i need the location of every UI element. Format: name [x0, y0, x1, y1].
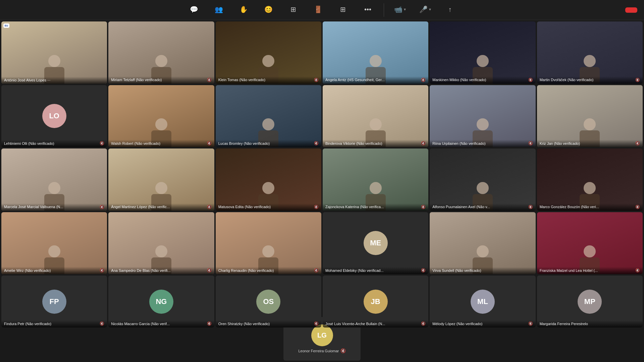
- participant-name-27: Oren Shiratzky (Não verificado): [218, 322, 270, 326]
- share-button[interactable]: ↑: [438, 4, 462, 16]
- participant-name-26: Nicolás Macarro Garcia (Não verif...: [111, 322, 170, 326]
- video-cell-12: Kriz Jan (Não verificado)🔇: [537, 85, 643, 147]
- mute-icon-4: 🔇: [421, 78, 426, 82]
- mute-icon-15: 🔇: [314, 205, 319, 209]
- participant-name-4: Angela Arntz (HS Gesundheit, Ger...: [325, 78, 385, 82]
- video-cell-10: Binderova Viktorie (Não verificado)🔇: [323, 85, 428, 147]
- video-cell-6: Martin Dvořáček (Não verificado)🔇: [537, 21, 643, 84]
- participant-name-13: Marcela José Marcial Valbuena (N...: [4, 205, 63, 209]
- top-bar: 💬 👥 ✋ 😊 ⊞ 🚪 ⊞ •••: [0, 0, 644, 20]
- apps-button[interactable]: ⊞: [331, 3, 355, 16]
- more-button[interactable]: •••: [356, 4, 380, 16]
- video-cell-19: Amelie Wirz (Não verificado)🔇: [1, 212, 107, 275]
- chat-button[interactable]: 💬: [182, 3, 206, 16]
- divider: [384, 3, 384, 17]
- avatar-26: NG: [149, 290, 173, 314]
- mute-icon-22: 🔇: [421, 268, 426, 273]
- participant-name-29: Mélody López (Não verificado): [432, 322, 482, 326]
- video-cell-3: Klein Tomas (Não verificado)🔇: [216, 21, 321, 84]
- mute-icon-9: 🔇: [314, 141, 319, 145]
- participant-name-5: Mankinen Mikko (Não verificado): [432, 78, 486, 82]
- mute-icon-12: 🔇: [635, 141, 640, 145]
- participant-name-20: Ana Sampedro De Blas (Não verifi...: [111, 268, 170, 273]
- more-icon: •••: [364, 6, 371, 13]
- mic-arrow: ▾: [429, 7, 431, 12]
- participant-name-15: Matusova Edita (Não verificado): [218, 205, 271, 209]
- avatar-22: ME: [364, 231, 388, 255]
- participant-name-2: Miriam Tetzlaff (Não verificado): [111, 78, 162, 82]
- video-cell-4: Angela Arntz (HS Gesundheit, Ger...🔇: [323, 21, 428, 84]
- react-icon: 😊: [264, 5, 273, 13]
- mute-icon-3: 🔇: [314, 78, 319, 82]
- rooms-button[interactable]: 🚪: [307, 3, 330, 16]
- video-cell-24: Franziska Matzel und Lea Hottel (...🔇: [537, 212, 643, 275]
- end-call-button[interactable]: [625, 7, 637, 13]
- mute-icon-5: 🔇: [528, 78, 533, 82]
- participant-name-7: Lehtiniemi Olli (Não verificado): [4, 141, 54, 145]
- mute-icon-27: 🔇: [314, 321, 319, 326]
- video-cell-13: Marcela José Marcial Valbuena (N...🔇: [1, 148, 107, 211]
- participant-name-1: António José Alves Lopes ···: [4, 78, 50, 82]
- video-cell-30: MPMargarida Ferreira Perestrelo: [537, 276, 643, 327]
- video-cell-17: Alfonso Puumalainen Axel (Não v...🔇: [430, 148, 535, 211]
- participant-name-3: Klein Tomas (Não verificado): [218, 78, 265, 82]
- raise-hand-icon: ✋: [239, 5, 248, 13]
- mute-icon-25: 🔇: [100, 321, 104, 326]
- video-cell-11: Riina Urpilainen (Não verificado)🔇: [430, 85, 535, 147]
- video-cell-8: Walsh Robert (Não verificado)🔇: [108, 85, 214, 147]
- video-cell-15: Matusova Edita (Não verificado)🔇: [216, 148, 321, 211]
- mute-icon-2: 🔇: [207, 78, 212, 82]
- participant-name-6: Martin Dvořáček (Não verificado): [540, 78, 594, 82]
- mute-icon-7: 🔇: [100, 141, 104, 145]
- mute-icon-29: 🔇: [528, 321, 533, 326]
- mute-icon-17: 🔇: [528, 205, 533, 209]
- participant-name-22: Mohamed Eldebiky (Não verificad...: [325, 268, 384, 273]
- mute-icon-16: 🔇: [421, 205, 426, 209]
- video-grid: António José Alves Lopes ···EUMiriam Tet…: [1, 21, 643, 274]
- logo-overlay: EU: [3, 23, 9, 28]
- video-cell-16: Zajonckova Katerina (Não verifica...🔇: [323, 148, 428, 211]
- raise-hand-button[interactable]: ✋: [232, 3, 256, 16]
- participant-name-16: Zajonckova Katerina (Não verifica...: [325, 205, 384, 209]
- participant-name-17: Alfonso Puumalainen Axel (Não v...: [432, 205, 490, 209]
- avatar-28: JB: [364, 290, 388, 314]
- video-cell-21: Charlig Renaudin (Não verificado)🔇: [216, 212, 321, 275]
- avatar-25: FP: [42, 290, 66, 314]
- rooms-icon: 🚪: [314, 5, 322, 13]
- react-button[interactable]: 😊: [257, 3, 280, 16]
- participant-name-28: José Luis Vicente-Arche Bullain (N...: [325, 322, 385, 326]
- mute-icon-21: 🔇: [314, 268, 319, 273]
- view-button[interactable]: ⊞: [282, 3, 305, 16]
- mute-icon-20: 🔇: [207, 268, 212, 273]
- video-cell-1: António José Alves Lopes ···EU: [1, 21, 107, 84]
- people-icon: 👥: [215, 5, 223, 13]
- mute-icon-8: 🔇: [207, 141, 212, 145]
- video-cell-7: LOLehtiniemi Olli (Não verificado)🔇: [1, 85, 107, 147]
- participant-name-10: Binderova Viktorie (Não verificado): [325, 141, 382, 145]
- video-cell-5: Mankinen Mikko (Não verificado)🔇: [430, 21, 535, 84]
- row-5: FPFindura Petr (Não verificado)🔇NGNicolá…: [1, 276, 643, 316]
- camera-arrow: ▾: [404, 7, 406, 12]
- video-cell-2: Miriam Tetzlaff (Não verificado)🔇: [108, 21, 214, 84]
- participant-name-19: Amelie Wirz (Não verificado): [4, 268, 51, 273]
- avatar-29: ML: [471, 290, 495, 314]
- avatar-31: LG: [311, 324, 333, 346]
- participant-name-25: Findura Petr (Não verificado): [4, 322, 51, 326]
- mute-icon-6: 🔇: [635, 78, 640, 82]
- video-cell-22: MEMohamed Eldebiky (Não verificad...🔇: [323, 212, 428, 275]
- camera-button[interactable]: 📹 ▾: [388, 3, 412, 16]
- participant-name-18: Marco González Bouzón (Não veri...: [540, 205, 599, 209]
- participant-name-24: Franziska Matzel und Lea Hottel (...: [540, 268, 598, 273]
- participant-name-11: Riina Urpilainen (Não verificado): [432, 141, 485, 145]
- avatar-27: OS: [256, 290, 280, 314]
- participant-name-12: Kriz Jan (Não verificado): [540, 141, 580, 145]
- microphone-button[interactable]: 🎤 ▾: [413, 3, 437, 16]
- share-icon: ↑: [448, 6, 452, 13]
- people-button[interactable]: 👥: [207, 3, 231, 16]
- video-cell-29: MLMélody López (Não verificado)🔇: [430, 276, 535, 327]
- mute-icon-19: 🔇: [100, 268, 104, 273]
- participant-name-8: Walsh Robert (Não verificado): [111, 141, 160, 145]
- video-cell-9: Lucas Bromley (Não verificado)🔇: [216, 85, 321, 147]
- participant-name-23: Virva Sundell (Não verificado): [432, 268, 481, 273]
- video-grid-area: António José Alves Lopes ···EUMiriam Tet…: [0, 20, 644, 362]
